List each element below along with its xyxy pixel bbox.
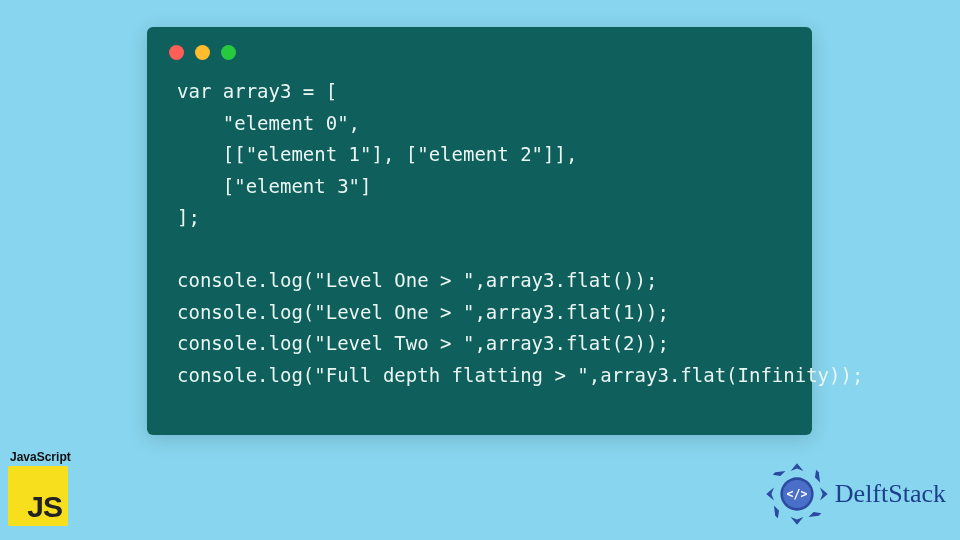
svg-marker-3 — [808, 512, 821, 517]
javascript-badge: JavaScript JS — [8, 450, 78, 526]
svg-marker-5 — [774, 506, 779, 519]
close-icon — [169, 45, 184, 60]
javascript-logo-icon: JS — [8, 466, 68, 526]
javascript-logo-text: JS — [27, 490, 62, 524]
javascript-label: JavaScript — [8, 450, 78, 464]
minimize-icon — [195, 45, 210, 60]
code-window: var array3 = [ "element 0", [["element 1… — [147, 27, 812, 435]
delftstack-brand: </> DelftStack — [765, 462, 946, 526]
svg-marker-2 — [820, 488, 828, 501]
svg-marker-6 — [766, 488, 774, 501]
svg-marker-4 — [790, 517, 803, 525]
maximize-icon — [221, 45, 236, 60]
svg-marker-1 — [815, 470, 820, 483]
svg-marker-7 — [772, 471, 785, 476]
window-traffic-lights — [147, 27, 812, 68]
delftstack-logo-icon: </> — [765, 462, 829, 526]
code-block: var array3 = [ "element 0", [["element 1… — [147, 68, 812, 411]
svg-marker-0 — [790, 463, 803, 471]
svg-text:</>: </> — [786, 487, 807, 501]
delftstack-brand-text: DelftStack — [835, 479, 946, 509]
